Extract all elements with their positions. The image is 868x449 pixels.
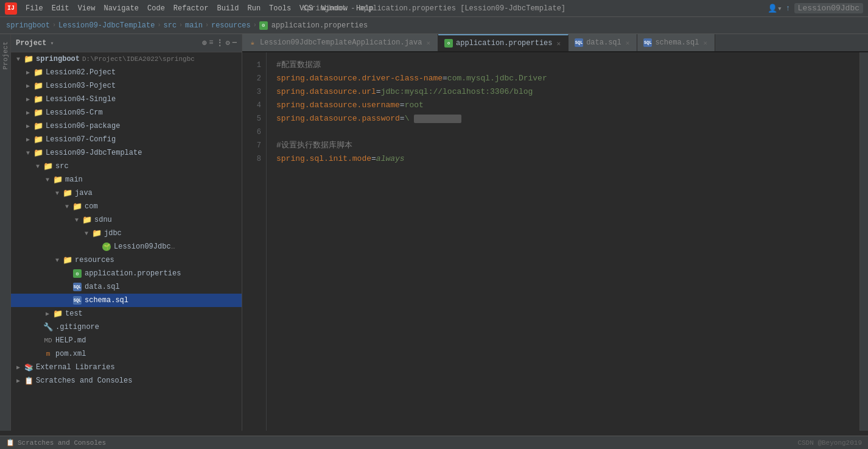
tab-schemasql-close[interactable]: ✕: [702, 38, 709, 48]
tree-item-resources[interactable]: ▼ 📁 resources: [11, 253, 242, 267]
bottom-bar: 📋 Scratches and Consoles CSDN @Beyong201…: [0, 436, 868, 449]
code-line-5: spring.datasource.password=\: [276, 112, 850, 126]
tree-item-lession03[interactable]: ▶ 📁 Lession03-Poject: [11, 79, 242, 93]
main-layout: Project Project ▾ ⊕ ≡ ⋮ ⚙ — ▼ 📁 springbo…: [0, 34, 868, 431]
tree-item-sdnu[interactable]: ▼ 📁 sdnu: [11, 213, 242, 227]
crumb-main[interactable]: main: [185, 21, 203, 30]
tab-props-label: application.properties: [456, 39, 552, 48]
bottom-scratches[interactable]: 📋 Scratches and Consoles: [6, 439, 106, 447]
tree-item-jdbc[interactable]: ▼ 📁 jdbc: [11, 227, 242, 240]
tab-datasql[interactable]: SQL data.sql ✕: [569, 34, 637, 51]
tab-schemasql-label: schema.sql: [655, 38, 699, 47]
tab-java-label: Lession09JdbcTemplateApplication.java: [260, 38, 422, 47]
menu-build[interactable]: Build: [213, 3, 242, 14]
right-gutter: [859, 52, 868, 431]
tree-item-com[interactable]: ▼ 📁 com: [11, 200, 242, 213]
tree-item-lession02[interactable]: ▶ 📁 Lession02.Poject: [11, 66, 242, 79]
tree-item-ext-libs[interactable]: ▶ 📚 External Libraries: [11, 361, 242, 374]
tree-item-lession09[interactable]: ▼ 📁 Lession09-JdbcTemplate: [11, 146, 242, 160]
tree-item-java[interactable]: ▼ 📁 java: [11, 186, 242, 200]
code-line-8: spring.sql.init.mode=always: [276, 152, 850, 166]
collapse-icon[interactable]: ≡: [209, 38, 213, 48]
code-line-1: #配置数据源: [276, 58, 850, 72]
code-content[interactable]: #配置数据源 spring.datasource.driver-class-na…: [267, 52, 859, 431]
tree-item-lession05[interactable]: ▶ 📁 Lession05-Crm: [11, 106, 242, 119]
crumb-resources[interactable]: resources: [211, 21, 251, 30]
tree-item-test[interactable]: ▶ 📁 test: [11, 307, 242, 320]
left-tool-strip: Project: [0, 34, 11, 431]
crumb-lession09[interactable]: Lession09-JdbcTemplate: [58, 21, 155, 30]
tree-item-pomxml[interactable]: m pom.xml: [11, 347, 242, 361]
code-line-7: #设置执行数据库脚本: [276, 139, 850, 152]
tree-item-lession09-class[interactable]: 🌱 Lession09Jdbc…: [11, 240, 242, 253]
search-everywhere-icon[interactable]: Lession09Jdbc: [794, 3, 863, 13]
scratches-icon: 📋: [6, 439, 15, 447]
expand-icon[interactable]: ⋮: [216, 38, 223, 48]
app-logo: IJ: [5, 2, 17, 15]
tab-java-icon: ☕: [248, 38, 257, 47]
settings-icon[interactable]: ⚙: [226, 38, 230, 48]
code-line-6: [276, 126, 850, 139]
hide-icon[interactable]: —: [233, 38, 237, 48]
menu-view[interactable]: View: [74, 3, 99, 14]
tab-datasql-close[interactable]: ✕: [625, 38, 631, 48]
title-right-icons: 👤▾ ↑ Lession09Jdbc: [768, 3, 863, 13]
tree-item-data-sql[interactable]: SQL data.sql: [11, 280, 242, 294]
tab-schemasql[interactable]: SQL schema.sql ✕: [637, 34, 715, 51]
crumb-src[interactable]: src: [163, 21, 177, 30]
tab-bar: ☕ Lession09JdbcTemplateApplication.java …: [242, 34, 868, 52]
scratches-label: Scratches and Consoles: [36, 377, 132, 385]
tree-item-lession07[interactable]: ▶ 📁 Lession07-Config: [11, 133, 242, 146]
tree-item-schema-sql[interactable]: SQL schema.sql: [11, 294, 242, 307]
update-icon[interactable]: ↑: [786, 4, 791, 13]
tab-props-icon: ⚙: [444, 39, 453, 48]
tree-item-helpmd[interactable]: MD HELP.md: [11, 334, 242, 347]
tab-props-close[interactable]: ✕: [556, 39, 562, 48]
title-bar: IJ File Edit View Navigate Code Refactor…: [0, 0, 868, 17]
tree-item-src[interactable]: ▼ 📁 src: [11, 160, 242, 173]
sidebar-title: Project: [16, 39, 46, 48]
tree-item-lession04[interactable]: ▶ 📁 Lession04-Single: [11, 93, 242, 106]
crumb-file-icon: ⚙: [259, 21, 268, 30]
sidebar-header: Project ▾ ⊕ ≡ ⋮ ⚙ —: [11, 34, 242, 52]
project-tool-label[interactable]: Project: [1, 39, 10, 72]
password-hidden: [414, 115, 461, 123]
menu-tools[interactable]: Tools: [265, 3, 295, 14]
menu-run[interactable]: Run: [243, 3, 264, 14]
locate-icon[interactable]: ⊕: [202, 38, 206, 48]
crumb-appprops[interactable]: application.properties: [271, 21, 368, 30]
user-icon[interactable]: 👤▾: [768, 4, 782, 13]
code-editor[interactable]: 1 2 3 4 5 6 7 8 #配置数据源 spring.datasource…: [242, 52, 868, 431]
code-line-3: spring.datasource.url=jdbc:mysql://local…: [276, 85, 850, 99]
project-sidebar: Project ▾ ⊕ ≡ ⋮ ⚙ — ▼ 📁 springboot D:\Pr…: [11, 34, 242, 431]
line-numbers: 1 2 3 4 5 6 7 8: [242, 52, 267, 431]
menu-file[interactable]: File: [22, 3, 47, 14]
bottom-scratches-label: Scratches and Consoles: [18, 439, 106, 447]
sidebar-header-icons: ⊕ ≡ ⋮ ⚙ —: [202, 38, 237, 48]
tree-item-main[interactable]: ▼ 📁 main: [11, 173, 242, 186]
tab-datasql-label: data.sql: [586, 38, 621, 47]
tree-item-lession06[interactable]: ▶ 📁 Lession06-package: [11, 119, 242, 133]
tree-item-springboot[interactable]: ▼ 📁 springboot D:\Project\IDEA2022\sprin…: [11, 52, 242, 66]
tab-java-close[interactable]: ✕: [425, 38, 432, 48]
tree-item-gitignore[interactable]: 🔧 .gitignore: [11, 320, 242, 334]
menu-navigate[interactable]: Navigate: [100, 3, 142, 14]
code-line-2: spring.datasource.driver-class-name=com.…: [276, 72, 850, 85]
breadcrumb: springboot › Lession09-JdbcTemplate › sr…: [0, 17, 868, 34]
menu-code[interactable]: Code: [144, 3, 169, 14]
code-line-4: spring.datasource.username=root: [276, 99, 850, 112]
tab-java[interactable]: ☕ Lession09JdbcTemplateApplication.java …: [242, 34, 438, 51]
tree-item-scratches[interactable]: ▶ 📋 Scratches and Consoles: [11, 374, 242, 387]
tab-schemasql-icon: SQL: [643, 38, 652, 47]
tab-datasql-icon: SQL: [575, 38, 583, 47]
tree-item-app-props[interactable]: ⚙ application.properties: [11, 267, 242, 280]
menu-edit[interactable]: Edit: [48, 3, 73, 14]
window-title: springboot - application.properties [Les…: [303, 4, 565, 13]
sidebar-dropdown[interactable]: ▾: [50, 40, 54, 47]
editor-area: ☕ Lession09JdbcTemplateApplication.java …: [242, 34, 868, 431]
tab-appprops[interactable]: ⚙ application.properties ✕: [438, 34, 569, 51]
watermark: CSDN @Beyong2019: [797, 439, 862, 447]
menu-refactor[interactable]: Refactor: [170, 3, 212, 14]
crumb-springboot[interactable]: springboot: [6, 21, 50, 30]
